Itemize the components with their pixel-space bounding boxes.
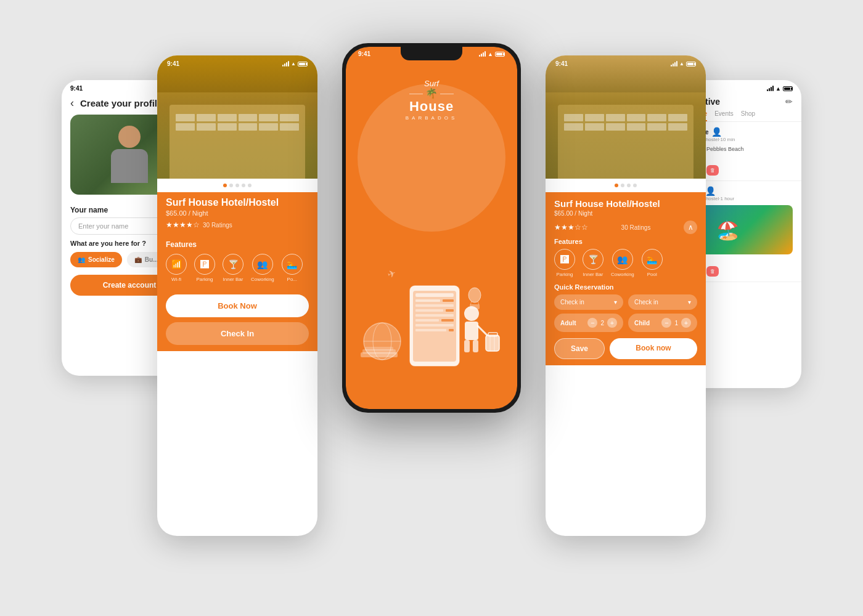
center-status-icons: ▲ xyxy=(479,51,505,57)
cr-dot-4 xyxy=(633,184,637,187)
svg-rect-5 xyxy=(365,347,393,351)
reserve-actions: Save Book now xyxy=(554,338,697,359)
wifi-label: Wi-fi xyxy=(171,277,181,282)
cl-action-buttons: Book Now Check In xyxy=(157,288,317,351)
dot-2 xyxy=(229,184,233,187)
phone-center-inner: 9:41 ▲ Sur xyxy=(346,47,517,409)
post-2-delete-button[interactable]: 🗑 xyxy=(706,266,719,277)
child-decrement-button[interactable]: − xyxy=(661,318,671,328)
svg-rect-13 xyxy=(446,309,454,312)
cr-hotel-name: Surf House Hotel/Hostel xyxy=(554,198,697,209)
right-battery-icon xyxy=(783,86,793,91)
feature-cowork: 👥 Coworking xyxy=(251,254,274,282)
cl-hotel-info: Surf House Hotel/Hostel $65.00 / Night ★… xyxy=(157,192,317,234)
cr-bar-icon: 🍸 xyxy=(583,249,603,270)
cl-status-icons: ▲ xyxy=(282,61,308,67)
cr-dot-1 xyxy=(615,184,618,187)
reservation-title: Quick Reservation xyxy=(554,283,697,291)
cr-pool-label: Pool xyxy=(647,272,657,277)
expand-button[interactable]: ∧ xyxy=(684,221,697,234)
splash-illustration: ✈ xyxy=(346,249,517,372)
palm-icon: 🌴 xyxy=(425,88,438,99)
bar-feature-icon: 🍸 xyxy=(223,254,243,275)
child-label: Child xyxy=(634,320,650,326)
cl-time: 9:41 xyxy=(167,60,179,67)
tab-shop[interactable]: Shop xyxy=(741,110,755,121)
edit-icon[interactable]: ✏ xyxy=(785,97,793,107)
cr-parking-label: Parking xyxy=(556,272,573,277)
cr-status-icons: ▲ xyxy=(671,61,696,67)
svg-rect-11 xyxy=(415,304,454,307)
post-1-badge: 👤 xyxy=(711,127,722,137)
svg-rect-18 xyxy=(415,329,446,331)
svg-rect-23 xyxy=(473,340,478,352)
phone-notch xyxy=(401,47,462,60)
adult-decrement-button[interactable]: − xyxy=(587,318,597,328)
socialize-button[interactable]: 👥 Socialize xyxy=(70,252,122,267)
phone-center-right: 9:41 ▲ xyxy=(546,55,706,536)
right-signal xyxy=(767,86,774,91)
guest-row: Adult − 2 + Child − 1 + xyxy=(554,314,697,332)
wifi-feature-icon: 📶 xyxy=(166,254,187,275)
cl-hotel-name: Surf House Hotel/Hostel xyxy=(166,197,309,208)
cr-stars: ★★★☆☆ xyxy=(554,223,588,232)
child-count: 1 xyxy=(674,320,678,326)
center-time: 9:41 xyxy=(358,51,370,57)
cr-cowork-icon: 👥 xyxy=(612,249,633,270)
checkout-dropdown[interactable]: Check in ▾ xyxy=(628,294,697,310)
phone-center-left: 9:41 ▲ xyxy=(157,55,317,536)
cr-cowork-label: Coworking xyxy=(611,272,634,277)
svg-rect-19 xyxy=(449,329,454,331)
cl-status-bar: 9:41 ▲ xyxy=(157,55,317,72)
book-now-button[interactable]: Book Now xyxy=(166,294,309,317)
right-status-icons: ▲ xyxy=(767,86,793,92)
brand-name-area: Surf 🌴 House xyxy=(409,79,454,114)
svg-rect-22 xyxy=(464,340,470,352)
svg-text:✈: ✈ xyxy=(386,268,397,280)
feature-bar: 🍸 Inner Bar xyxy=(223,254,243,282)
illustration-svg: ✈ xyxy=(351,249,512,372)
parking-label: Parking xyxy=(196,277,213,282)
adult-increment-button[interactable]: + xyxy=(607,318,617,328)
save-button[interactable]: Save xyxy=(554,338,605,359)
checkout-chevron-icon: ▾ xyxy=(688,299,691,306)
cr-ratings-count: 30 Ratings xyxy=(621,224,651,231)
hotel-image-left: 9:41 ▲ xyxy=(157,55,317,179)
cr-dot-2 xyxy=(621,184,624,187)
cr-feature-bar: 🍸 Inner Bar xyxy=(583,249,603,277)
adult-label: Adult xyxy=(560,320,576,326)
svg-rect-17 xyxy=(415,324,454,326)
svg-rect-10 xyxy=(443,299,454,302)
post-1-delete-button[interactable]: 🗑 xyxy=(706,165,719,176)
cr-pool-icon: 🏊 xyxy=(642,249,663,270)
business-icon: 💼 xyxy=(134,256,142,263)
svg-point-29 xyxy=(468,288,481,302)
check-in-button[interactable]: Check In xyxy=(166,322,309,345)
pool-label: Po... xyxy=(287,277,297,282)
cl-stars: ★★★★☆ xyxy=(166,221,200,229)
tab-events[interactable]: Events xyxy=(714,110,734,121)
cl-ratings-count: 30 Ratings xyxy=(203,222,232,229)
barbados-text: BARBADOS xyxy=(406,115,457,121)
svg-rect-14 xyxy=(415,314,454,317)
brand-logo: Surf 🌴 House BARBADOS xyxy=(406,79,457,121)
svg-rect-9 xyxy=(415,299,440,302)
svg-rect-16 xyxy=(441,319,454,322)
house-text: House xyxy=(409,99,454,114)
cr-dots xyxy=(546,179,706,192)
checkin-dropdown[interactable]: Check in ▾ xyxy=(554,294,623,310)
adult-count: 2 xyxy=(600,320,604,326)
cr-feature-pool: 🏊 Pool xyxy=(642,249,663,277)
cr-feature-parking: 🅿 Parking xyxy=(554,249,575,277)
right-wifi-icon: ▲ xyxy=(775,86,781,92)
cr-status-bar: 9:41 ▲ xyxy=(546,55,706,72)
child-increment-button[interactable]: + xyxy=(681,318,691,328)
cr-signal xyxy=(671,61,677,67)
back-arrow-icon[interactable]: ‹ xyxy=(70,97,74,110)
cr-hotel-info: Surf House Hotel/Hostel $65.00 / Night ★… xyxy=(546,192,706,365)
cr-time: 9:41 xyxy=(555,60,568,67)
adult-counter-box: Adult − 2 + xyxy=(554,314,623,332)
feature-parking: 🅿 Parking xyxy=(194,254,215,282)
center-signal xyxy=(479,51,486,57)
book-now-reservation-button[interactable]: Book now xyxy=(610,338,697,359)
